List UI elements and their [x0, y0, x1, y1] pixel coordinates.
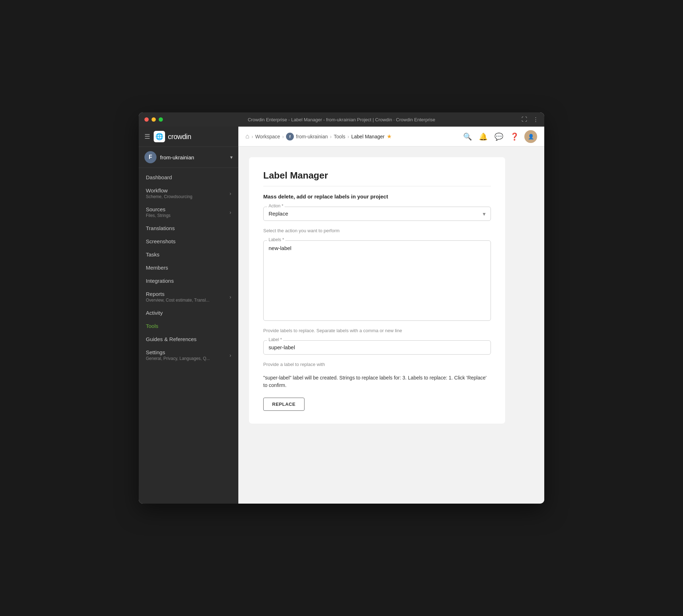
sidebar-header: ☰ 🌐 crowdin [139, 127, 238, 147]
sidebar-item-dashboard[interactable]: Dashboard [139, 171, 238, 184]
star-icon[interactable]: ★ [387, 133, 392, 140]
sidebar-item-tasks[interactable]: Tasks [139, 248, 238, 261]
nav-item-integrations-left: Integrations [146, 278, 174, 284]
card-divider [263, 186, 491, 186]
nav-item-activity-left: Activity [146, 310, 163, 316]
project-chevron-icon: ▾ [230, 154, 233, 160]
sidebar-item-sources[interactable]: Sources Files, Strings › [139, 203, 238, 222]
breadcrumb-project[interactable]: from-ukrainian [296, 134, 328, 139]
sidebar-item-sources-subtitle: Files, Strings [146, 213, 170, 218]
logo-text: crowdin [168, 133, 191, 141]
breadcrumb-workspace[interactable]: Workspace [255, 134, 280, 139]
sidebar-item-guides[interactable]: Guides & References [139, 333, 238, 346]
nav-item-settings-left: Settings General, Privacy, Languages, Q.… [146, 349, 210, 361]
logo-icon: 🌐 [154, 131, 165, 142]
messages-icon[interactable]: 💬 [493, 131, 504, 142]
nav-item-guides-left: Guides & References [146, 336, 197, 342]
sidebar-item-screenshots-label: Screenshots [146, 238, 175, 244]
settings-chevron-icon: › [229, 352, 231, 358]
project-selector[interactable]: F from-ukrainian ▾ [139, 147, 238, 168]
sidebar-item-integrations-label: Integrations [146, 278, 174, 284]
topbar-actions: 🔍 🔔 💬 ❓ 👤 [462, 130, 537, 143]
label-manager-card: Label Manager Mass delete, add or replac… [249, 157, 505, 424]
sidebar-item-members[interactable]: Members [139, 261, 238, 274]
nav-item-translations-left: Translations [146, 225, 175, 231]
notifications-icon[interactable]: 🔔 [477, 131, 489, 142]
home-icon[interactable]: ⌂ [245, 133, 249, 140]
sidebar-item-translations-label: Translations [146, 225, 175, 231]
workflow-chevron-icon: › [229, 191, 231, 196]
nav-item-screenshots-left: Screenshots [146, 238, 175, 244]
reports-chevron-icon: › [229, 294, 231, 300]
window-title: Crowdin Enterprise - Label Manager - fro… [248, 117, 435, 122]
label-help-text: Provide a label to replace with [263, 362, 491, 367]
sidebar-item-settings[interactable]: Settings General, Privacy, Languages, Q.… [139, 346, 238, 365]
sources-chevron-icon: › [229, 209, 231, 215]
breadcrumb-tools[interactable]: Tools [334, 134, 345, 139]
help-icon[interactable]: ❓ [509, 131, 520, 142]
search-icon[interactable]: 🔍 [462, 131, 473, 142]
replace-button[interactable]: REPLACE [263, 398, 305, 411]
page-content: Label Manager Mass delete, add or replac… [238, 147, 544, 504]
sidebar-item-members-label: Members [146, 265, 168, 271]
nav-item-reports-left: Reports Overview, Cost estimate, Transl.… [146, 291, 210, 303]
main-content: ⌂ › Workspace › f from-ukrainian › Tools… [238, 127, 544, 504]
sidebar-item-tools[interactable]: Tools [139, 319, 238, 333]
titlebar-actions: ⛶ ⋮ [521, 116, 539, 123]
labels-form-group: Labels * new-label [263, 240, 491, 321]
breadcrumb-project-avatar: f [286, 133, 294, 140]
action-select[interactable]: Replace Add Delete [269, 211, 486, 217]
sidebar-item-workflow-subtitle: Scheme, Crowdsourcing [146, 194, 192, 199]
nav-item-members-left: Members [146, 265, 168, 271]
fullscreen-icon[interactable]: ⛶ [521, 116, 527, 123]
info-text: "super-label" label will be created. Str… [263, 374, 491, 389]
nav-item-dashboard-left: Dashboard [146, 174, 172, 180]
action-form-group: Action * Replace Add Delete ▾ [263, 207, 491, 221]
nav-item-tasks-left: Tasks [146, 251, 159, 257]
sidebar-item-screenshots[interactable]: Screenshots [139, 235, 238, 248]
sidebar-item-sources-label: Sources [146, 206, 170, 212]
sidebar-item-integrations[interactable]: Integrations [139, 274, 238, 287]
user-avatar[interactable]: 👤 [524, 130, 537, 143]
labels-textarea[interactable]: new-label [269, 244, 486, 315]
sidebar-item-settings-label: Settings [146, 349, 210, 355]
logo-image: 🌐 [155, 133, 163, 140]
labels-field-container: Labels * new-label [263, 240, 491, 321]
labels-field-label: Labels * [267, 237, 285, 242]
sidebar-nav: Dashboard Workflow Scheme, Crowdsourcing… [139, 168, 238, 504]
breadcrumb: ⌂ › Workspace › f from-ukrainian › Tools… [245, 133, 459, 140]
window-controls [144, 117, 163, 122]
label-input[interactable] [269, 344, 486, 350]
sidebar-item-workflow-label: Workflow [146, 187, 192, 193]
minimize-dot[interactable] [152, 117, 156, 122]
breadcrumb-sep-3: › [348, 134, 349, 139]
label-form-group: Label * [263, 340, 491, 355]
sidebar-item-reports[interactable]: Reports Overview, Cost estimate, Transl.… [139, 287, 238, 306]
project-name: from-ukrainian [160, 154, 227, 160]
menu-icon[interactable]: ⋮ [533, 116, 539, 123]
project-avatar: F [144, 151, 157, 163]
topbar: ⌂ › Workspace › f from-ukrainian › Tools… [238, 127, 544, 147]
sidebar-item-workflow[interactable]: Workflow Scheme, Crowdsourcing › [139, 184, 238, 203]
sidebar-item-reports-subtitle: Overview, Cost estimate, Transl... [146, 298, 210, 303]
breadcrumb-sep-0: › [252, 134, 253, 139]
sidebar-item-dashboard-label: Dashboard [146, 174, 172, 180]
sidebar-item-guides-label: Guides & References [146, 336, 197, 342]
sidebar-item-settings-subtitle: General, Privacy, Languages, Q... [146, 356, 210, 361]
nav-item-workflow-left: Workflow Scheme, Crowdsourcing [146, 187, 192, 199]
sidebar-item-translations[interactable]: Translations [139, 222, 238, 235]
hamburger-icon[interactable]: ☰ [144, 133, 150, 140]
sidebar: ☰ 🌐 crowdin F from-ukrainian ▾ Dashboard [139, 127, 238, 504]
sidebar-item-tools-label: Tools [146, 323, 158, 329]
action-help-text: Select the action you want to perform [263, 228, 491, 233]
app-window: Crowdin Enterprise - Label Manager - fro… [139, 112, 544, 504]
app-body: ☰ 🌐 crowdin F from-ukrainian ▾ Dashboard [139, 127, 544, 504]
maximize-dot[interactable] [159, 117, 163, 122]
sidebar-item-reports-label: Reports [146, 291, 210, 297]
breadcrumb-current: Label Manager [351, 134, 385, 139]
sidebar-item-tasks-label: Tasks [146, 251, 159, 257]
close-dot[interactable] [144, 117, 149, 122]
sidebar-item-activity[interactable]: Activity [139, 306, 238, 319]
nav-item-sources-left: Sources Files, Strings [146, 206, 170, 218]
breadcrumb-sep-1: › [282, 134, 284, 139]
